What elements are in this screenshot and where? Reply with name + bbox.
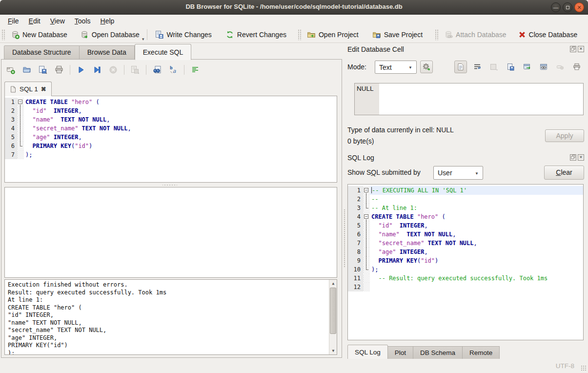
save-project-icon — [372, 30, 381, 39]
float-panel-icon[interactable] — [570, 154, 576, 161]
scroll-down-icon[interactable]: ▼ — [329, 347, 337, 354]
main-area: Database Structure Browse Data Execute S… — [0, 43, 343, 359]
auto-apply-button[interactable] — [420, 61, 433, 73]
window-title: DB Browser for SQLite - /home/user/code/… — [0, 3, 588, 10]
cell-value-editor[interactable]: NULL — [354, 83, 584, 115]
float-panel-icon[interactable] — [570, 46, 576, 52]
open-sql-file-button[interactable] — [21, 64, 32, 75]
toolbar-drag-handle[interactable] — [298, 29, 301, 40]
tab-browse-data[interactable]: Browse Data — [80, 45, 135, 60]
main-toolbar: New Database Open Database ▾ Write Chang… — [0, 27, 588, 43]
scroll-up-icon[interactable]: ▲ — [329, 280, 337, 287]
copy-link-icon — [540, 63, 547, 71]
maximize-icon — [566, 6, 569, 9]
tab-database-structure[interactable]: Database Structure — [4, 45, 80, 60]
execute-line-icon — [93, 66, 101, 74]
tab-remote[interactable]: Remote — [463, 346, 500, 360]
execute-line-button[interactable] — [92, 64, 102, 75]
open-project-button[interactable]: Open Project — [303, 28, 363, 41]
close-database-button[interactable]: Close Database — [514, 29, 582, 41]
message-line: Execution finished without errors. — [8, 281, 334, 289]
splitter-handle[interactable] — [162, 184, 177, 186]
export-data-button[interactable] — [504, 61, 517, 73]
minimize-button[interactable]: — — [551, 2, 561, 12]
close-button[interactable]: ✕ — [574, 2, 584, 12]
fold-marker-icon[interactable]: − — [364, 214, 368, 219]
set-null-icon — [556, 63, 564, 71]
tab-db-schema[interactable]: DB Schema — [413, 346, 463, 360]
print-cell-button[interactable] — [570, 61, 583, 73]
code-line: 10); — [348, 265, 583, 274]
menu-help[interactable]: Help — [96, 16, 120, 26]
toolbar-drag-handle[interactable] — [1, 29, 5, 40]
format-sql-button[interactable] — [190, 64, 201, 75]
open-database-label: Open Database — [92, 31, 140, 39]
clear-log-button[interactable]: Clear — [544, 166, 584, 180]
sql-toolbar-separator — [146, 65, 146, 75]
code-line: 12 — [348, 283, 583, 291]
sql-toolbar: b a — [5, 63, 201, 76]
log-filter-combobox[interactable]: User ▼ — [433, 166, 483, 180]
menu-edit[interactable]: Edit — [24, 16, 45, 26]
code-line: 1−-- EXECUTING ALL IN 'SQL 1' — [348, 186, 583, 195]
close-sql-tab-icon[interactable]: ✖ — [41, 85, 46, 93]
text-mode-button[interactable] — [454, 61, 467, 73]
dock-splitter[interactable] — [344, 209, 345, 268]
print-sql-button[interactable] — [54, 64, 64, 75]
mode-combobox[interactable]: Text ▼ — [375, 61, 417, 74]
text-mode-icon — [457, 63, 465, 71]
close-panel-icon[interactable]: ✕ — [578, 46, 584, 52]
close-panel-icon[interactable]: ✕ — [578, 154, 584, 161]
message-line: PRIMARY KEY("id") — [8, 342, 334, 350]
sql-file-icon — [10, 86, 17, 93]
messages-pane[interactable]: Execution finished without errors.Result… — [4, 279, 337, 355]
title-bar: DB Browser for SQLite - /home/user/code/… — [0, 0, 588, 15]
find-replace-button[interactable]: b a — [168, 64, 179, 75]
word-wrap-button[interactable] — [471, 61, 484, 73]
open-in-external-button[interactable] — [521, 61, 533, 73]
set-null-button — [554, 61, 567, 73]
messages-scrollbar[interactable]: ▲ ▼ — [329, 280, 337, 354]
fold-marker-icon[interactable]: − — [364, 188, 368, 192]
open-database-dropdown[interactable]: ▾ — [142, 37, 144, 42]
message-line: Result: query executed successfully. Too… — [8, 289, 334, 297]
maximize-button[interactable] — [563, 2, 572, 12]
save-project-label: Save Project — [384, 31, 423, 39]
sql-tab-sql1[interactable]: SQL 1 ✖ — [4, 82, 52, 96]
new-sql-tab-icon — [6, 65, 15, 74]
new-sql-tab-button[interactable] — [5, 64, 16, 75]
menu-file[interactable]: File — [3, 16, 24, 26]
code-line: 3 "name" TEXT NOT NULL, — [5, 115, 337, 124]
tab-sql-log[interactable]: SQL Log — [347, 345, 388, 360]
write-changes-button[interactable]: Write Changes — [150, 28, 216, 41]
copy-link-button[interactable] — [537, 61, 550, 73]
toolbar-drag-handle[interactable] — [435, 29, 438, 40]
execute-all-button[interactable] — [76, 64, 86, 75]
open-database-button[interactable]: Open Database — [76, 28, 144, 41]
dock-area: Edit Database Cell ✕ Mode: Text ▼ — [343, 43, 588, 359]
fold-marker-icon[interactable]: − — [18, 100, 22, 104]
menu-view[interactable]: View — [45, 16, 70, 26]
attach-database-icon — [444, 30, 453, 39]
new-database-button[interactable]: New Database — [6, 28, 72, 41]
save-sql-file-button[interactable] — [38, 64, 48, 75]
results-grid[interactable] — [4, 187, 337, 278]
find-button[interactable] — [152, 64, 162, 75]
resize-grip-icon[interactable] — [581, 365, 587, 371]
menu-tools[interactable]: Tools — [70, 16, 96, 26]
revert-changes-button[interactable]: Revert Changes — [221, 28, 291, 41]
mode-label: Mode: — [347, 63, 366, 71]
cell-value: NULL — [357, 85, 374, 92]
tab-plot[interactable]: Plot — [388, 346, 413, 360]
mode-value: Text — [379, 63, 392, 71]
export-data-icon — [507, 63, 514, 71]
write-changes-label: Write Changes — [166, 31, 211, 39]
tab-execute-sql[interactable]: Execute SQL — [135, 44, 192, 60]
sql-log-view[interactable]: 1−-- EXECUTING ALL IN 'SQL 1'2--3-- At l… — [347, 184, 584, 340]
sql-log-title: SQL Log — [347, 154, 374, 162]
code-line: 5 "id" INTEGER, — [348, 221, 583, 230]
attach-database-button: Attach Database — [440, 28, 511, 41]
sql-editor[interactable]: 1−CREATE TABLE "hero" (2 "id" INTEGER,3 … — [4, 96, 337, 183]
save-project-button[interactable]: Save Project — [368, 28, 427, 41]
scrollbar-thumb[interactable] — [330, 288, 336, 334]
